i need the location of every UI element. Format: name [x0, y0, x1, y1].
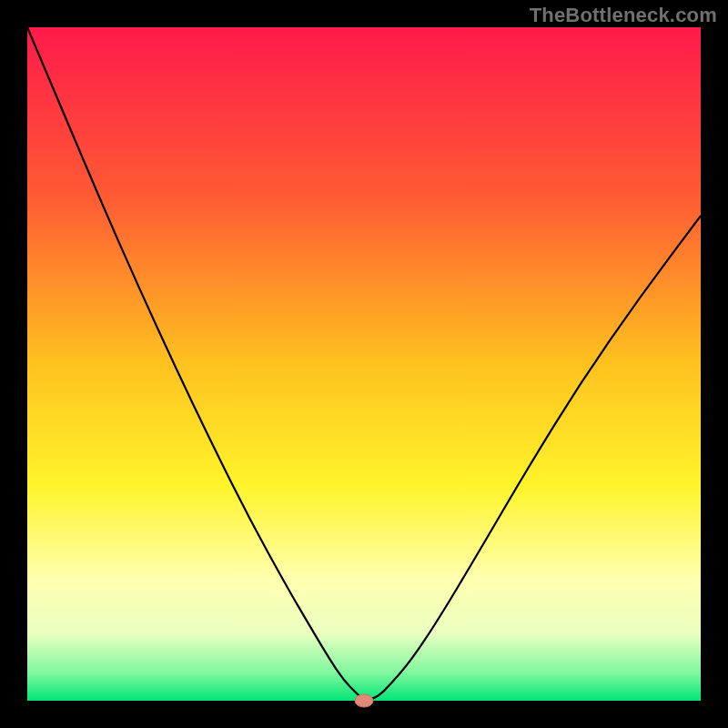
chart-container: TheBottleneck.com — [0, 0, 728, 728]
bottleneck-chart — [0, 0, 728, 728]
plot-background — [27, 27, 701, 701]
optimum-marker — [355, 694, 373, 707]
watermark-text: TheBottleneck.com — [530, 4, 717, 27]
